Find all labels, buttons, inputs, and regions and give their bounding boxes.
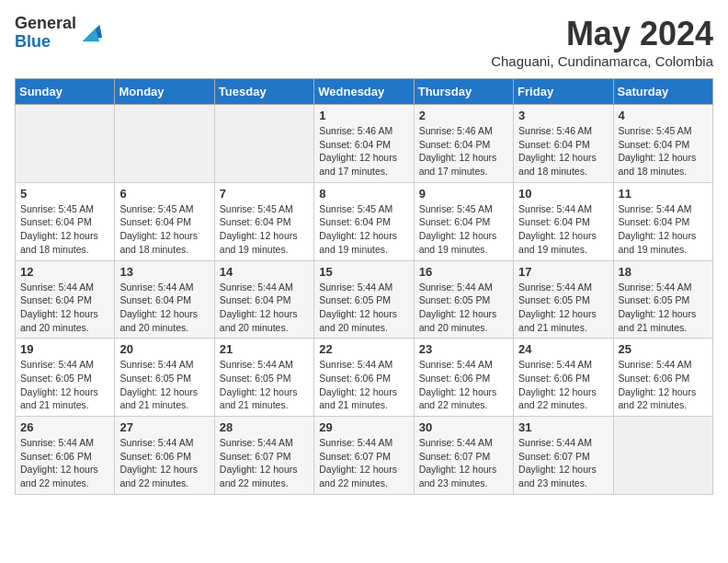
calendar-cell: 1Sunrise: 5:46 AM Sunset: 6:04 PM Daylig… xyxy=(314,105,414,183)
calendar-cell: 6Sunrise: 5:45 AM Sunset: 6:04 PM Daylig… xyxy=(115,182,214,260)
day-number: 28 xyxy=(220,420,309,434)
logo-icon xyxy=(78,20,104,46)
day-number: 22 xyxy=(319,342,408,356)
calendar-table: SundayMondayTuesdayWednesdayThursdayFrid… xyxy=(15,78,713,495)
day-info: Sunrise: 5:45 AM Sunset: 6:04 PM Dayligh… xyxy=(220,202,309,257)
day-number: 26 xyxy=(20,420,109,434)
day-info: Sunrise: 5:45 AM Sunset: 6:04 PM Dayligh… xyxy=(619,124,708,178)
calendar-cell: 23Sunrise: 5:44 AM Sunset: 6:06 PM Dayli… xyxy=(414,339,513,417)
calendar-cell: 3Sunrise: 5:46 AM Sunset: 6:04 PM Daylig… xyxy=(514,105,613,183)
day-info: Sunrise: 5:44 AM Sunset: 6:04 PM Dayligh… xyxy=(220,281,309,335)
day-number: 5 xyxy=(20,187,109,201)
day-number: 1 xyxy=(319,109,408,122)
day-info: Sunrise: 5:44 AM Sunset: 6:06 PM Dayligh… xyxy=(119,436,209,490)
day-info: Sunrise: 5:45 AM Sunset: 6:04 PM Dayligh… xyxy=(319,202,408,257)
day-number: 14 xyxy=(220,265,309,279)
day-info: Sunrise: 5:44 AM Sunset: 6:07 PM Dayligh… xyxy=(220,436,309,490)
day-number: 27 xyxy=(119,420,209,434)
day-info: Sunrise: 5:44 AM Sunset: 6:06 PM Dayligh… xyxy=(619,358,708,412)
page-header: General Blue May 2024 Chaguani, Cundinam… xyxy=(15,15,713,69)
day-info: Sunrise: 5:44 AM Sunset: 6:04 PM Dayligh… xyxy=(119,281,209,335)
day-info: Sunrise: 5:44 AM Sunset: 6:04 PM Dayligh… xyxy=(619,202,708,257)
calendar-cell: 8Sunrise: 5:45 AM Sunset: 6:04 PM Daylig… xyxy=(314,182,414,260)
day-info: Sunrise: 5:44 AM Sunset: 6:07 PM Dayligh… xyxy=(518,436,608,490)
day-info: Sunrise: 5:44 AM Sunset: 6:05 PM Dayligh… xyxy=(619,281,708,335)
day-number: 16 xyxy=(419,265,508,279)
day-header-wednesday: Wednesday xyxy=(314,79,414,105)
day-number: 15 xyxy=(319,265,408,279)
calendar-cell: 7Sunrise: 5:45 AM Sunset: 6:04 PM Daylig… xyxy=(214,182,313,260)
calendar-cell: 13Sunrise: 5:44 AM Sunset: 6:04 PM Dayli… xyxy=(115,260,214,339)
day-number: 31 xyxy=(518,420,608,434)
day-number: 10 xyxy=(518,187,608,201)
day-info: Sunrise: 5:44 AM Sunset: 6:05 PM Dayligh… xyxy=(220,358,309,412)
calendar-cell: 27Sunrise: 5:44 AM Sunset: 6:06 PM Dayli… xyxy=(115,417,214,495)
day-number: 6 xyxy=(119,187,209,201)
calendar-cell: 25Sunrise: 5:44 AM Sunset: 6:06 PM Dayli… xyxy=(613,339,712,417)
day-number: 30 xyxy=(419,420,508,434)
calendar-cell: 9Sunrise: 5:45 AM Sunset: 6:04 PM Daylig… xyxy=(414,182,513,260)
logo-general: General xyxy=(15,15,76,33)
day-number: 13 xyxy=(119,265,209,279)
calendar-cell: 17Sunrise: 5:44 AM Sunset: 6:05 PM Dayli… xyxy=(514,260,613,339)
calendar-cell: 4Sunrise: 5:45 AM Sunset: 6:04 PM Daylig… xyxy=(613,105,712,183)
calendar-cell: 21Sunrise: 5:44 AM Sunset: 6:05 PM Dayli… xyxy=(214,339,313,417)
calendar-cell: 31Sunrise: 5:44 AM Sunset: 6:07 PM Dayli… xyxy=(514,417,613,495)
day-number: 8 xyxy=(319,187,408,201)
day-info: Sunrise: 5:46 AM Sunset: 6:04 PM Dayligh… xyxy=(419,124,508,178)
day-info: Sunrise: 5:44 AM Sunset: 6:04 PM Dayligh… xyxy=(20,281,109,335)
calendar-cell: 19Sunrise: 5:44 AM Sunset: 6:05 PM Dayli… xyxy=(16,339,115,417)
day-info: Sunrise: 5:46 AM Sunset: 6:04 PM Dayligh… xyxy=(319,124,408,178)
calendar-cell: 2Sunrise: 5:46 AM Sunset: 6:04 PM Daylig… xyxy=(414,105,513,183)
location: Chaguani, Cundinamarca, Colombia xyxy=(491,53,713,69)
day-number: 29 xyxy=(319,420,408,434)
day-info: Sunrise: 5:44 AM Sunset: 6:07 PM Dayligh… xyxy=(319,436,408,490)
calendar-cell: 11Sunrise: 5:44 AM Sunset: 6:04 PM Dayli… xyxy=(613,182,712,260)
day-header-sunday: Sunday xyxy=(16,79,115,105)
calendar-cell: 28Sunrise: 5:44 AM Sunset: 6:07 PM Dayli… xyxy=(214,417,313,495)
day-info: Sunrise: 5:44 AM Sunset: 6:05 PM Dayligh… xyxy=(20,358,109,412)
day-number: 4 xyxy=(619,109,708,122)
calendar-cell: 14Sunrise: 5:44 AM Sunset: 6:04 PM Dayli… xyxy=(214,260,313,339)
calendar-cell: 18Sunrise: 5:44 AM Sunset: 6:05 PM Dayli… xyxy=(613,260,712,339)
title-area: May 2024 Chaguani, Cundinamarca, Colombi… xyxy=(491,15,713,69)
logo-blue: Blue xyxy=(15,33,76,52)
calendar-week-row: 26Sunrise: 5:44 AM Sunset: 6:06 PM Dayli… xyxy=(16,417,713,495)
day-info: Sunrise: 5:44 AM Sunset: 6:06 PM Dayligh… xyxy=(518,358,608,412)
day-number: 18 xyxy=(619,265,708,279)
day-header-saturday: Saturday xyxy=(613,79,712,105)
calendar-week-row: 19Sunrise: 5:44 AM Sunset: 6:05 PM Dayli… xyxy=(16,339,713,417)
calendar-cell: 16Sunrise: 5:44 AM Sunset: 6:05 PM Dayli… xyxy=(414,260,513,339)
day-header-tuesday: Tuesday xyxy=(214,79,313,105)
calendar-cell: 24Sunrise: 5:44 AM Sunset: 6:06 PM Dayli… xyxy=(514,339,613,417)
day-number: 19 xyxy=(20,342,109,356)
day-header-thursday: Thursday xyxy=(414,79,513,105)
day-info: Sunrise: 5:44 AM Sunset: 6:04 PM Dayligh… xyxy=(518,202,608,257)
day-info: Sunrise: 5:45 AM Sunset: 6:04 PM Dayligh… xyxy=(419,202,508,257)
day-info: Sunrise: 5:44 AM Sunset: 6:06 PM Dayligh… xyxy=(419,358,508,412)
calendar-week-row: 5Sunrise: 5:45 AM Sunset: 6:04 PM Daylig… xyxy=(16,182,713,260)
calendar-cell xyxy=(613,417,712,495)
day-info: Sunrise: 5:45 AM Sunset: 6:04 PM Dayligh… xyxy=(119,202,209,257)
day-number: 17 xyxy=(518,265,608,279)
day-number: 23 xyxy=(419,342,508,356)
calendar-week-row: 12Sunrise: 5:44 AM Sunset: 6:04 PM Dayli… xyxy=(16,260,713,339)
calendar-cell: 22Sunrise: 5:44 AM Sunset: 6:06 PM Dayli… xyxy=(314,339,414,417)
day-info: Sunrise: 5:44 AM Sunset: 6:06 PM Dayligh… xyxy=(20,436,109,490)
day-number: 24 xyxy=(518,342,608,356)
day-number: 7 xyxy=(220,187,309,201)
day-number: 21 xyxy=(220,342,309,356)
day-number: 20 xyxy=(119,342,209,356)
calendar-cell: 5Sunrise: 5:45 AM Sunset: 6:04 PM Daylig… xyxy=(16,182,115,260)
day-number: 3 xyxy=(518,109,608,122)
calendar-cell xyxy=(16,105,115,183)
calendar-cell: 20Sunrise: 5:44 AM Sunset: 6:05 PM Dayli… xyxy=(115,339,214,417)
day-info: Sunrise: 5:44 AM Sunset: 6:06 PM Dayligh… xyxy=(319,358,408,412)
day-number: 9 xyxy=(419,187,508,201)
calendar-header-row: SundayMondayTuesdayWednesdayThursdayFrid… xyxy=(16,79,713,105)
day-info: Sunrise: 5:44 AM Sunset: 6:05 PM Dayligh… xyxy=(419,281,508,335)
calendar-cell: 10Sunrise: 5:44 AM Sunset: 6:04 PM Dayli… xyxy=(514,182,613,260)
calendar-cell xyxy=(214,105,313,183)
day-header-monday: Monday xyxy=(115,79,214,105)
day-number: 25 xyxy=(619,342,708,356)
